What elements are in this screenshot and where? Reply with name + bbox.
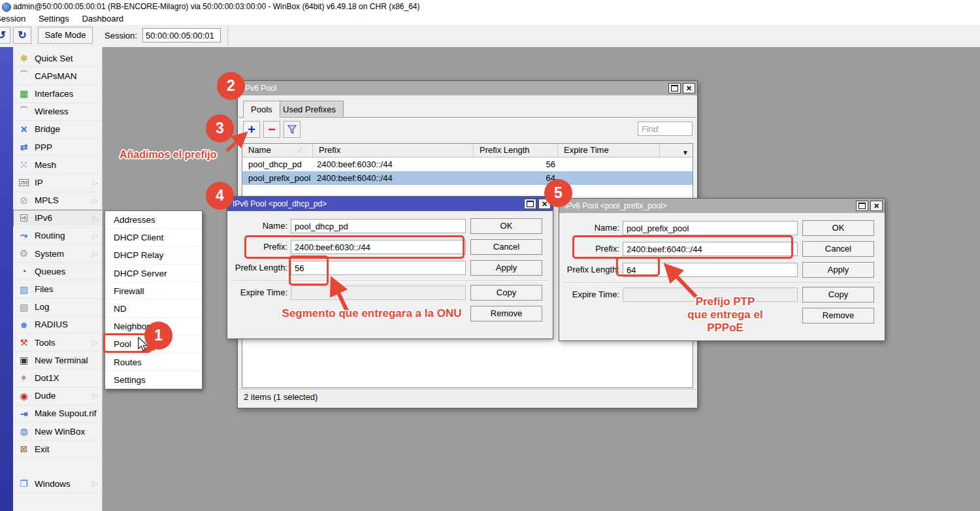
submenu-item-settings[interactable]: Settings — [105, 371, 202, 389]
apply-button[interactable]: Apply — [802, 262, 874, 278]
submenu-item-addresses[interactable]: Addresses — [105, 211, 202, 229]
sidebar-item-quick-set[interactable]: Quick Set — [13, 50, 102, 67]
sidebar-item-windows[interactable]: Windows — [13, 475, 102, 493]
session-input[interactable] — [142, 28, 221, 42]
wand-icon — [18, 52, 30, 64]
submenu-item-dhcp-relay[interactable]: DHCP Relay — [105, 246, 202, 264]
highlight-rect-ptp-prefix-length — [616, 257, 660, 276]
restore-window-icon[interactable] — [856, 201, 868, 211]
find-input[interactable] — [638, 122, 693, 136]
undo-icon[interactable] — [0, 27, 10, 44]
sidebar-item-system[interactable]: System — [13, 245, 102, 263]
close-icon[interactable] — [870, 201, 883, 211]
sidebar-item-make-supout[interactable]: Make Supout.rif — [13, 405, 102, 423]
sidebar-item-mpls[interactable]: MPLS — [13, 192, 102, 210]
sidebar-item-new-terminal[interactable]: New Terminal — [13, 352, 102, 369]
sidebar-item-ip[interactable]: 255IP — [13, 174, 102, 191]
table-row[interactable]: pool_dhcp_pd 2400:beef:6030::/44 56 — [242, 157, 693, 171]
submenu-item-dhcp-server[interactable]: DHCP Server — [105, 265, 202, 282]
submenu-arrow-icon — [93, 480, 98, 488]
sidebar-item-dude[interactable]: Dude — [13, 387, 102, 405]
close-icon[interactable] — [683, 83, 695, 93]
sidebar-item-wireless[interactable]: Wireless — [13, 103, 102, 121]
sidebar-item-ppp[interactable]: PPP — [13, 139, 102, 156]
sidebar-item-mesh[interactable]: Mesh — [13, 156, 102, 174]
ip-chip-icon: 255 — [18, 176, 30, 188]
sidebar-item-queues[interactable]: Queues — [13, 263, 102, 280]
step-badge-5: 5 — [544, 179, 572, 207]
restore-window-icon[interactable] — [668, 83, 681, 93]
mesh-icon — [18, 159, 30, 171]
remove-button[interactable]: Remove — [802, 308, 874, 323]
ppp-icon — [18, 141, 30, 153]
copy-button[interactable]: Copy — [802, 287, 874, 303]
dialog-titlebar[interactable]: IPv6 Pool <pool_prefix_pool> — [559, 199, 885, 213]
restore-window-icon[interactable] — [524, 199, 536, 209]
app-title: admin@50:00:00:05:00:01 (RB-ENCORE-Milag… — [13, 0, 420, 13]
column-header-extra[interactable] — [660, 144, 693, 157]
sidebar-item-bridge[interactable]: Bridge — [13, 121, 102, 139]
filter-icon[interactable] — [284, 121, 301, 138]
dude-icon — [18, 390, 30, 402]
submenu-arrow-icon — [93, 250, 98, 258]
tab-used-prefixes[interactable]: Used Prefixes — [275, 101, 344, 118]
name-label: Name: — [562, 221, 619, 235]
sidebar-item-interfaces[interactable]: Interfaces — [13, 85, 102, 103]
add-pool-button[interactable] — [243, 121, 260, 138]
expire-time-label: Expire Time: — [230, 286, 287, 300]
sidebar-item-log[interactable]: Log — [13, 299, 102, 316]
sidebar-item-routing[interactable]: Routing — [13, 227, 102, 245]
safe-mode-button[interactable]: Safe Mode — [38, 27, 93, 44]
menu-dashboard[interactable]: Dashboard — [82, 13, 123, 25]
ok-button[interactable]: OK — [470, 218, 542, 234]
app-titlebar[interactable]: admin@50:00:00:05:00:01 (RB-ENCORE-Milag… — [0, 0, 980, 13]
column-header-expire-time[interactable]: Expire Time — [558, 144, 660, 157]
status-bar: 2 items (1 selected) — [238, 389, 696, 404]
expire-time-field[interactable] — [291, 286, 466, 300]
remove-pool-button[interactable] — [263, 121, 280, 138]
sidebar-item-ipv6[interactable]: v6IPv6 — [13, 210, 102, 227]
sidebar-item-dot1x[interactable]: Dot1X — [13, 369, 102, 387]
redo-icon[interactable] — [13, 27, 31, 44]
dialog-titlebar[interactable]: IPv6 Pool <pool_dhcp_pd> — [227, 197, 553, 211]
name-field[interactable] — [623, 221, 798, 235]
column-header-name[interactable]: Name — [242, 144, 313, 157]
session-label: Session: — [105, 25, 137, 47]
terminal-icon — [18, 354, 30, 366]
cancel-button[interactable]: Cancel — [470, 239, 542, 255]
submenu-item-firewall[interactable]: Firewall — [105, 282, 202, 300]
submenu-item-routes[interactable]: Routes — [105, 354, 202, 371]
supout-icon — [18, 408, 30, 420]
antenna-icon — [18, 106, 30, 118]
sidebar-item-capsman[interactable]: CAPsMAN — [13, 67, 102, 85]
sidebar-item-radius[interactable]: RADIUS — [13, 316, 102, 334]
winbox-logo-icon — [2, 3, 11, 12]
copy-button[interactable]: Copy — [470, 285, 542, 301]
bridge-icon — [18, 124, 30, 135]
apply-button[interactable]: Apply — [470, 260, 542, 276]
users-icon — [18, 319, 30, 331]
ipv6-pool-window-titlebar[interactable]: IPv6 Pool — [238, 81, 697, 95]
tab-baseline — [238, 117, 696, 118]
tab-pools[interactable]: Pools — [243, 101, 280, 118]
sidebar-item-files[interactable]: Files — [13, 280, 102, 298]
submenu-item-nd[interactable]: ND — [105, 300, 202, 318]
sidebar-item-exit[interactable]: Exit — [13, 440, 102, 458]
submenu-item-dhcp-client[interactable]: DHCP Client — [105, 229, 202, 246]
menu-settings[interactable]: Settings — [39, 13, 69, 25]
dot1x-icon — [18, 372, 30, 384]
divider — [231, 280, 549, 282]
cancel-button[interactable]: Cancel — [802, 241, 874, 257]
sidebar-accent-strip — [0, 47, 13, 511]
sidebar-item-new-winbox[interactable]: New WinBox — [13, 423, 102, 440]
remove-button[interactable]: Remove — [470, 306, 542, 321]
menu-session[interactable]: Session — [0, 13, 25, 25]
submenu-arrow-icon — [93, 392, 98, 401]
sidebar-item-tools[interactable]: Tools — [13, 334, 102, 352]
column-header-prefix[interactable]: Prefix — [313, 144, 474, 157]
table-row-selected[interactable]: pool_prefix_pool 2400:beef:6040::/44 64 — [242, 171, 693, 185]
ok-button[interactable]: OK — [802, 220, 874, 236]
name-field[interactable] — [291, 219, 466, 233]
antenna-icon — [18, 70, 30, 82]
column-header-prefix-length[interactable]: Prefix Length — [474, 144, 558, 157]
